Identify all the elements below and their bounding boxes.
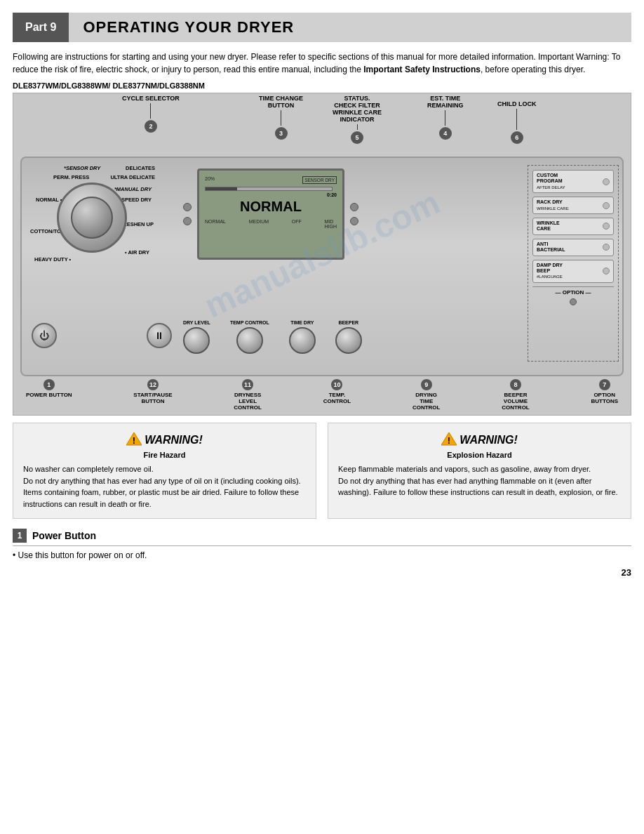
label-delicates: DELICATES [126, 165, 155, 171]
knob-time-dry: TIME DRY [289, 320, 316, 354]
option-wrinkle-care[interactable]: WRINKLECARE [532, 218, 614, 235]
warnings-row: ! WARNING! Fire Hazard No washer can com… [13, 423, 631, 519]
power-button[interactable]: ⏻ [32, 323, 57, 348]
bottom-label-10: 10 TEMP.CONTROL [323, 379, 351, 404]
warning-fire-line2: Do not dry anything that has ever had an… [23, 475, 306, 487]
warning-explosion-title-row: ! WARNING! [338, 432, 621, 448]
num-badge-8: 8 [510, 379, 521, 390]
right-btn-2[interactable] [350, 217, 358, 225]
right-buttons [350, 203, 358, 225]
warning-explosion-title: WARNING! [459, 434, 518, 446]
cycle-labels: *SENSOR DRY PERM. PRESS NORMAL • COTTON/… [29, 165, 155, 291]
intro-text-2: , before operating this dryer. [481, 65, 585, 74]
display-sub-labels: NORMAL MEDIUM OFF MIDHIGH [205, 219, 337, 229]
option-bar-label: — OPTION — [532, 286, 614, 296]
knob-dry-level-control[interactable] [183, 327, 210, 354]
top-callouts: CYCLE SELECTOR 2 TIME CHANGEBUTTON 3 STA… [13, 93, 631, 158]
num-badge-9: 9 [421, 379, 432, 390]
display-top-row: 20% SENSOR DRY [205, 176, 337, 184]
callout-num-6: 6 [511, 131, 523, 144]
display-progress-bar-row [205, 187, 337, 191]
option-anti-bacterial[interactable]: ANTIBACTERIAL [532, 239, 614, 256]
sub-off: OFF [292, 219, 302, 229]
options-panel: CUSTOMPROGRAMAFTER DELAY RACK DRYWRINKLE… [528, 165, 619, 362]
section-1-body: • Use this button for power on or off. [13, 549, 631, 562]
num-badge-12: 12 [147, 379, 159, 390]
bottom-label-11: 11 DRYNESSLEVELCONTROL [234, 379, 262, 411]
start-pause-button[interactable]: ⏸ [147, 323, 172, 348]
sub-medium: MEDIUM [249, 219, 269, 229]
callout-est-time: EST. TIMEREMAINING 4 [427, 95, 464, 140]
warning-explosion-icon: ! [441, 432, 457, 446]
warning-explosion-body: Keep flammable materials and vapors, suc… [338, 463, 621, 498]
bottom-label-9: 9 DRYINGTIMECONTROL [412, 379, 441, 411]
warning-fire-subtitle: Fire Hazard [23, 451, 306, 459]
knob-temp: TEMP CONTROL [230, 320, 269, 354]
intro-bold: Important Safety Instructions [363, 65, 481, 74]
label-ultra-delicate: ULTRA DELICATE [110, 174, 155, 180]
bottom-label-7: 7 OPTIONBUTTONS [591, 379, 618, 404]
knob-temp-top-label: TEMP CONTROL [230, 320, 269, 325]
knob-time-dry-control[interactable] [289, 327, 316, 354]
num-badge-7: 7 [599, 379, 610, 390]
bottom-label-1: 1 POWER BUTTON [26, 379, 72, 398]
callout-num-3: 3 [275, 127, 288, 140]
label-manual-dry: *MANUAL DRY [114, 186, 152, 192]
callout-num-5: 5 [351, 131, 363, 144]
knob-dry-level: DRY LEVEL [183, 320, 210, 354]
warning-fire-body: No washer can completely remove oil. Do … [23, 463, 306, 510]
page-number: 23 [13, 567, 631, 578]
more-button[interactable] [183, 203, 192, 211]
svg-text:!: ! [133, 435, 135, 446]
label-heavy-duty: HEAVY DUTY • [34, 256, 71, 263]
model-names: DLE8377WM/DLG8388WM/ DLE8377NM/DLG8388NM [13, 81, 631, 90]
part-badge: Part 9 [13, 13, 69, 42]
display-section: 20% SENSOR DRY 0:20 NORMAL NORMAL MEDIUM… [183, 168, 358, 260]
knob-temp-control[interactable] [236, 327, 263, 354]
warning-fire-title-row: ! WARNING! [23, 432, 306, 448]
display-cycle-name: NORMAL [205, 199, 337, 215]
knob-dry-level-top-label: DRY LEVEL [183, 320, 210, 325]
warning-fire-title: WARNING! [145, 434, 203, 446]
option-damp-dry-light [603, 267, 610, 274]
callout-child-lock: CHILD LOCK 6 [497, 100, 537, 144]
label-air-dry: • AIR DRY [125, 249, 149, 256]
sub-mid-high: MIDHIGH [325, 219, 337, 229]
warning-explosion-subtitle: Explosion Hazard [338, 451, 621, 459]
right-btn-1[interactable] [350, 203, 358, 211]
diagram-area: manualslib.com CYCLE SELECTOR 2 TIME CHA… [13, 93, 631, 416]
bottom-labels: 1 POWER BUTTON 12 START/PAUSEBUTTON 11 D… [20, 376, 624, 415]
cycle-knob[interactable] [57, 183, 127, 253]
callout-num-4: 4 [439, 127, 452, 140]
section-1-title: Power Button [32, 530, 96, 541]
callout-status: STATUS.CHECK FILTERWRINKLE CAREINDICATOR… [333, 95, 382, 144]
warning-icon: ! [126, 432, 142, 446]
option-wrinkle-care-light [603, 223, 610, 230]
callout-num-2: 2 [145, 120, 157, 133]
warning-explosion-line1: Keep flammable materials and vapors, suc… [338, 463, 621, 475]
sub-normal: NORMAL [205, 219, 226, 229]
warning-explosion-line2: Do not dry anything that has ever had an… [338, 475, 621, 498]
num-badge-10: 10 [331, 379, 342, 390]
knob-beeper: BEEPER [335, 320, 362, 354]
warning-fire: ! WARNING! Fire Hazard No washer can com… [13, 423, 316, 519]
intro-text: Following are instructions for starting … [13, 51, 631, 76]
section-1-num: 1 [13, 529, 27, 543]
callout-cycle-selector: CYCLE SELECTOR 2 [122, 95, 180, 133]
bottom-label-12: 12 START/PAUSEBUTTON [133, 379, 172, 404]
svg-text:!: ! [448, 435, 450, 446]
display-with-buttons: 20% SENSOR DRY 0:20 NORMAL NORMAL MEDIUM… [183, 168, 358, 260]
knob-beeper-control[interactable] [335, 327, 362, 354]
warning-fire-icon-container: ! [126, 432, 142, 448]
less-button[interactable] [183, 217, 192, 225]
callout-time-change: TIME CHANGEBUTTON 3 [259, 95, 303, 140]
bottom-label-8: 8 BEEPERVOLUMECONTROL [502, 379, 530, 411]
option-custom-program[interactable]: CUSTOMPROGRAMAFTER DELAY [532, 170, 614, 193]
option-damp-dry[interactable]: DAMP DRYBEEP#LANGUAGE [532, 260, 614, 283]
display-time: 0:20 [205, 192, 337, 197]
option-anti-bacterial-light [603, 244, 610, 251]
option-rack-dry[interactable]: RACK DRYWRINKLE CARE [532, 197, 614, 214]
section-1-heading: 1 Power Button [13, 529, 631, 546]
num-badge-1: 1 [43, 379, 55, 390]
left-buttons [183, 203, 192, 225]
